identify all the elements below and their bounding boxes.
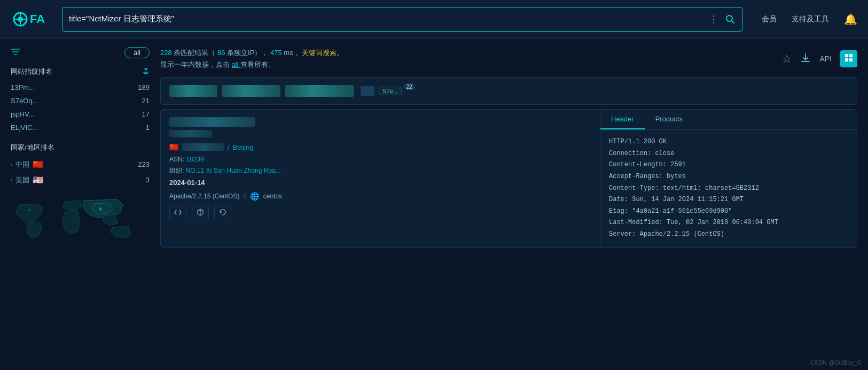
accept-ranges: Accept-Ranges: bytes [609,171,848,183]
ms-unit: ms， [284,49,300,57]
more-options-icon[interactable]: ⋮ [709,13,718,25]
results-actions: ☆ API [782,50,857,67]
org-link[interactable]: NO.11 Xi San Huan Zhong Roa... [186,167,281,174]
hint-text: 显示一年内数据，点击 [160,60,230,68]
tab-products[interactable]: Products [645,110,693,129]
search-submit-icon[interactable] [725,14,736,25]
nav-member[interactable]: 会员 [762,14,777,24]
star-button[interactable]: ☆ [782,52,792,65]
org-label: 组织: [169,167,186,174]
list-item[interactable]: S7eOq... 21 [11,94,150,107]
country-name: 美国 [15,175,29,185]
date: Date: Sun, 14 Jan 2024 11:15:21 GMT [609,194,848,206]
logo[interactable]: FA [11,9,53,30]
nav-support[interactable]: 支持及工具 [792,14,829,24]
svg-rect-16 [845,54,848,57]
header: FA ⋮ 会员 支持及工具 🔔 [0,0,868,38]
china-flag: 🇨🇳 [33,159,43,169]
chevron-right-icon: › [11,177,12,183]
search-input[interactable] [69,14,705,24]
header-content: HTTP/1.1 200 OK Connection: close Conten… [600,130,857,246]
blurred-content-2 [222,85,280,97]
results-area: 228 条匹配结果（ 86 条独立IP）， 475 ms， 关键词搜索。 显示一… [160,47,857,359]
fingerprint-count: 1 [146,124,150,132]
content-length: Content-Length: 2591 [609,159,848,171]
grid-view-button[interactable] [840,50,857,67]
filter-icon[interactable] [11,48,20,58]
country-item-china[interactable]: › 中国 🇨🇳 223 [11,157,150,172]
fingerprint-section-title: 网站指纹排名 [11,67,150,76]
asn-label: ASN: [169,156,186,163]
ip-unit: 条独立IP）， [227,49,268,57]
server-row: Apache/2.2.15 (CentOS) / 🌐 centos [169,192,591,201]
hint-all-link[interactable]: all [232,60,241,68]
sort-icon[interactable] [142,67,150,76]
all-filter-badge[interactable]: all [124,47,150,58]
fingerprint-title-text: 网站指纹排名 [11,67,52,76]
hint-end: 查看所有。 [240,60,275,68]
result-preview-card: S7e... 22 [160,77,857,105]
server-name: Apache/2.2.15 (CentOS) [169,192,239,200]
result-unit: 条匹配结果（ [174,49,215,57]
os-name: centos [263,192,282,200]
refresh-button[interactable] [214,206,231,220]
s7e-tag: S7e... [379,87,402,95]
usa-flag: 🇺🇸 [33,175,43,185]
svg-text:FA: FA [30,12,45,26]
api-button[interactable]: API [819,55,832,63]
svg-point-14 [28,209,30,211]
action-icons-row [169,206,591,220]
list-item[interactable]: 13Pm... 189 [11,81,150,94]
ms-value: 475 [270,49,282,57]
watermark: CSDN @OidBoy_G [810,359,862,366]
location-city: Beijing [233,143,254,151]
fingerprint-count: 189 [138,83,150,91]
ip-count: 86 [217,49,225,57]
fingerprint-name: S7eOq... [11,97,38,105]
tab-header[interactable]: Header [600,110,645,129]
main-container: all 网站指纹排名 13Pm... 189 S7eOq... 21 [0,38,868,359]
header-nav: 会员 支持及工具 🔔 [762,13,857,26]
result-count: 228 [160,49,172,57]
separator: / [244,192,245,200]
server: Server: Apache/2.2.15 (CentOS) [609,229,848,241]
sidebar-top: all [11,47,150,58]
result-tabs: Header Products [600,110,857,130]
phone-icon [361,86,374,96]
list-item[interactable]: ELjVIC... 1 [11,121,150,134]
code-view-button[interactable] [169,206,186,220]
country-item-usa[interactable]: › 美国 🇺🇸 3 [11,172,150,188]
result-url-block [169,117,591,137]
asn-link[interactable]: 18239 [186,156,204,163]
fingerprint-list: 13Pm... 189 S7eOq... 21 jspHV... 17 ELjV… [11,81,150,134]
etag: Etag: "4a0a21-a1f-561c55e69d900" [609,206,848,218]
list-item[interactable]: jspHV... 17 [11,107,150,121]
result-main-card: 🇨🇳 / Beijing ASN: 18239 组织: NO.11 Xi San… [160,109,857,247]
result-right-panel: Header Products HTTP/1.1 200 OK Connecti… [600,110,857,246]
globe-icon: 🌐 [250,192,259,201]
svg-rect-19 [849,58,853,61]
keyword-search-link[interactable]: 关键词搜索。 [302,49,343,57]
location-flag: 🇨🇳 [169,143,178,151]
svg-line-6 [732,20,734,23]
http-status: HTTP/1.1 200 OK [609,136,848,148]
country-count: 3 [146,176,150,184]
country-title-text: 国家/地区排名 [11,143,54,152]
notification-bell-icon[interactable]: 🔔 [844,13,857,26]
download-button[interactable] [800,52,811,66]
location-row: 🇨🇳 / Beijing [169,143,591,151]
sidebar: all 网站指纹排名 13Pm... 189 S7eOq... 21 [11,47,150,359]
cube-button[interactable] [192,206,209,220]
date-row: 2024-01-14 [169,179,591,187]
search-bar[interactable]: ⋮ [62,7,742,32]
fingerprint-name: 13Pm... [11,83,35,91]
chevron-right-icon: › [11,161,12,167]
blurred-content-3 [285,85,354,97]
blurred-url [169,117,255,127]
results-header: 228 条匹配结果（ 86 条独立IP）， 475 ms， 关键词搜索。 显示一… [160,47,857,71]
country-name: 中国 [15,160,29,169]
preview-top: S7e... 22 [169,85,848,97]
separator: / [228,143,230,151]
fingerprint-name: jspHV... [11,110,34,118]
blurred-content-1 [169,85,217,97]
